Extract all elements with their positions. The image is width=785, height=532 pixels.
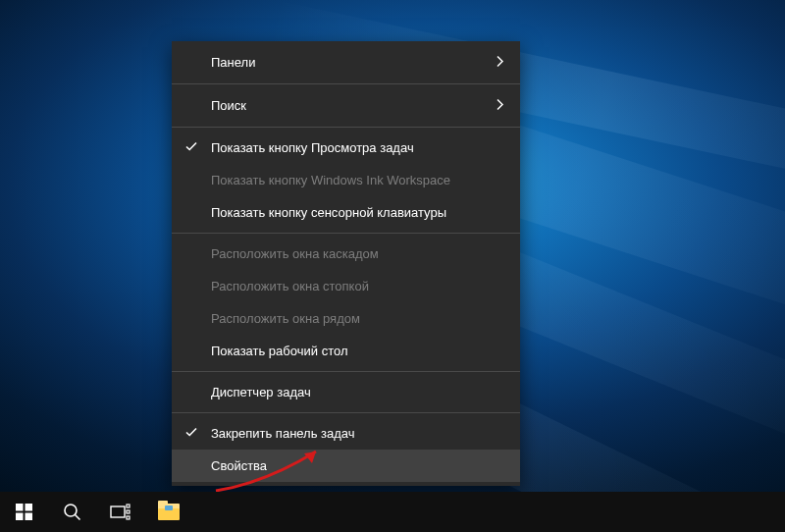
menu-item-label: Свойства: [211, 458, 267, 473]
menu-item-lock-taskbar[interactable]: Закрепить панель задач: [172, 417, 520, 450]
svg-point-4: [65, 505, 77, 516]
menu-item-label: Расположить окна стопкой: [211, 279, 369, 293]
check-icon: [185, 140, 197, 155]
svg-rect-7: [127, 505, 130, 507]
menu-item-label: Диспетчер задач: [211, 385, 311, 399]
menu-item-label: Расположить окна каскадом: [211, 246, 379, 261]
task-view-button[interactable]: [96, 492, 144, 532]
separator: [172, 83, 520, 84]
windows-logo-icon: [16, 504, 32, 520]
folder-icon: [158, 504, 180, 520]
menu-item-label: Панели: [211, 55, 255, 70]
menu-item-label: Закрепить панель задач: [211, 426, 355, 441]
separator: [172, 233, 520, 234]
chevron-right-icon: [497, 55, 504, 70]
svg-rect-3: [26, 513, 33, 521]
search-icon: [63, 503, 81, 521]
menu-item-sidebyside: Расположить окна рядом: [172, 302, 520, 335]
file-explorer-button[interactable]: [144, 492, 192, 532]
menu-item-label: Показать кнопку сенсорной клавиатуры: [211, 205, 446, 220]
menu-item-cascade: Расположить окна каскадом: [172, 238, 520, 270]
menu-item-label: Поиск: [211, 98, 246, 113]
desktop[interactable]: Панели Поиск Показать кнопку Просмотра з…: [0, 0, 785, 532]
menu-item-label: Показать кнопку Windows Ink Workspace: [211, 173, 450, 187]
menu-item-show-desktop[interactable]: Показать рабочий стол: [172, 335, 520, 367]
taskbar[interactable]: [0, 492, 785, 532]
svg-rect-6: [111, 506, 125, 517]
task-view-icon: [110, 504, 131, 520]
separator: [172, 371, 520, 372]
taskbar-context-menu: Панели Поиск Показать кнопку Просмотра з…: [172, 41, 520, 486]
svg-rect-0: [16, 504, 24, 511]
menu-item-label: Расположить окна рядом: [211, 311, 360, 326]
separator: [172, 412, 520, 413]
menu-item-properties[interactable]: Свойства: [172, 450, 520, 482]
chevron-right-icon: [497, 98, 504, 113]
separator: [172, 127, 520, 128]
svg-rect-2: [16, 513, 24, 521]
search-button[interactable]: [48, 492, 96, 532]
menu-item-task-manager[interactable]: Диспетчер задач: [172, 376, 520, 408]
menu-item-label: Показать рабочий стол: [211, 344, 347, 358]
start-button[interactable]: [0, 492, 48, 532]
menu-item-label: Показать кнопку Просмотра задач: [211, 140, 414, 155]
check-icon: [185, 426, 197, 441]
menu-item-search[interactable]: Поиск: [172, 88, 520, 123]
svg-rect-1: [26, 504, 33, 511]
svg-rect-9: [127, 516, 130, 519]
menu-item-show-taskview[interactable]: Показать кнопку Просмотра задач: [172, 132, 520, 164]
menu-item-stacked: Расположить окна стопкой: [172, 270, 520, 302]
menu-item-panels[interactable]: Панели: [172, 45, 520, 80]
menu-item-show-touch-keyboard[interactable]: Показать кнопку сенсорной клавиатуры: [172, 196, 520, 229]
svg-line-5: [76, 515, 80, 520]
menu-item-show-ink: Показать кнопку Windows Ink Workspace: [172, 164, 520, 196]
svg-rect-8: [127, 510, 130, 513]
